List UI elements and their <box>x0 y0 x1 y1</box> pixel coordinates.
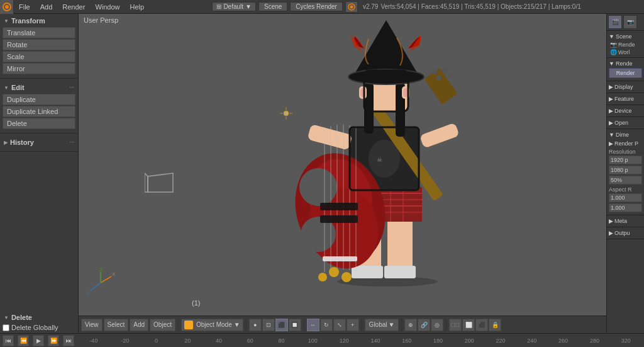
render-btn[interactable]: Render <box>609 68 642 78</box>
device-section-title: ▶ Device <box>609 106 642 115</box>
axis-indicator: X Z Y <box>85 267 116 299</box>
view-menu[interactable]: View <box>81 319 103 331</box>
jump-end-btn[interactable]: ⏭ <box>63 335 74 346</box>
svg-line-68 <box>101 276 111 283</box>
editor-grid-icon: ⊞ <box>216 3 221 10</box>
tl-num-12: 200 <box>453 338 485 344</box>
duplicate-button[interactable]: Duplicate <box>3 94 75 105</box>
history-triangle: ▶ <box>4 140 8 145</box>
camera-icon <box>145 170 176 195</box>
viewport-icon-group-1: ● ⊡ ⬛ 🔲 <box>249 319 301 331</box>
scale-button[interactable]: Scale <box>3 51 75 62</box>
snap-btn[interactable]: 🔗 <box>418 319 430 331</box>
history-header[interactable]: ▶ History ··· <box>3 137 75 148</box>
transform-rotate-icon[interactable]: ↻ <box>320 319 333 331</box>
viewport-solid-btn[interactable]: ⬛ <box>275 319 288 331</box>
add-menu[interactable]: Add <box>130 319 148 331</box>
transform-custom-icon[interactable]: + <box>347 319 359 331</box>
duplicate-linked-button[interactable]: Duplicate Linked <box>3 106 75 117</box>
rotate-button[interactable]: Rotate <box>3 39 75 50</box>
output-title: ▶ Outpu <box>609 229 642 237</box>
viewport-wire-btn[interactable]: ⊡ <box>262 319 275 331</box>
editor-type-label: Default <box>223 3 243 10</box>
editor-type-button[interactable]: ⊞ Default ▼ <box>212 2 256 11</box>
render-engine-selector[interactable]: Cycles Render <box>290 2 343 11</box>
viewport[interactable]: User Persp <box>79 14 606 333</box>
transform-orient-dropdown[interactable]: Global ▼ <box>365 319 399 331</box>
step-fwd-btn[interactable]: ⏩ <box>48 335 59 346</box>
svg-point-49 <box>318 273 327 282</box>
edit-section: ▼ Edit ··· Duplicate Duplicate Linked De… <box>0 81 78 131</box>
object-menu[interactable]: Object <box>150 319 175 331</box>
transform-header[interactable]: ▼ Transform <box>3 15 75 26</box>
rr-display-section: ▶ Display <box>607 81 644 93</box>
viewport-draw-btn[interactable]: ● <box>249 319 262 331</box>
aspect-label: Aspect R <box>609 186 642 193</box>
tl-num-10: 160 <box>391 338 423 344</box>
left-panel: ▼ Transform Translate Rotate Scale Mirro… <box>0 14 79 333</box>
menu-help[interactable]: Help <box>125 0 150 14</box>
aspect-x-input[interactable] <box>609 193 642 202</box>
toolbar-sep-2 <box>246 319 247 331</box>
svg-rect-14 <box>352 266 383 278</box>
renderpreset-title: ▶ Render P <box>609 139 642 148</box>
output-triangle: ▶ <box>609 230 613 236</box>
delete-globally-checkbox[interactable] <box>3 324 9 331</box>
tl-num-3: 20 <box>172 338 203 344</box>
jump-start-btn[interactable]: ⏮ <box>3 335 14 346</box>
device-triangle: ▶ <box>609 108 613 114</box>
mode-label: Object Mode <box>196 321 232 328</box>
play-btn[interactable]: ▶ <box>33 335 44 346</box>
scene-selector[interactable]: Scene <box>258 2 287 11</box>
dimensions-label: Dime <box>616 132 629 138</box>
transform-scale-icon[interactable]: ⤡ <box>333 319 346 331</box>
viewport-render-btn[interactable]: 🔲 <box>289 319 301 331</box>
display-label: Display <box>614 84 633 90</box>
menu-file[interactable]: File <box>14 0 35 14</box>
delete-header[interactable]: ▼ Delete <box>3 312 75 323</box>
pivot-btn[interactable]: ⊕ <box>404 319 417 331</box>
delete-button[interactable]: Delete <box>3 118 75 129</box>
layer-btn-1[interactable]: ⬚⬚ <box>449 319 462 331</box>
svg-point-44 <box>448 73 453 78</box>
mode-dropdown[interactable]: Object Mode ▼ <box>181 319 243 331</box>
translate-button[interactable]: Translate <box>3 27 75 38</box>
transform-orient-label: Global <box>369 321 387 328</box>
svg-point-47 <box>329 267 339 277</box>
edit-header[interactable]: ▼ Edit ··· <box>3 82 75 93</box>
aspect-y-input[interactable] <box>609 203 642 212</box>
step-back-btn[interactable]: ⏪ <box>18 335 29 346</box>
tl-num-8: 120 <box>328 338 360 344</box>
res-x-input[interactable] <box>609 156 642 164</box>
select-menu[interactable]: Select <box>104 319 129 331</box>
transform-label: Transform <box>11 17 45 25</box>
svg-line-72 <box>90 283 101 291</box>
transform-translate-icon[interactable]: ↔ <box>307 319 319 331</box>
open-triangle: ▶ <box>609 120 613 126</box>
svg-point-46 <box>436 76 441 81</box>
menu-add[interactable]: Add <box>35 0 58 14</box>
main-area: ▼ Transform Translate Rotate Scale Mirro… <box>0 14 644 333</box>
menu-window[interactable]: Window <box>90 0 125 14</box>
scene-section-title: ▼ Scene <box>609 32 642 41</box>
feature-label: Feature <box>614 96 634 102</box>
res-pct-input[interactable] <box>609 176 642 185</box>
lock-btn[interactable]: 🔒 <box>489 319 501 331</box>
delete-section: ▼ Delete Delete Globally <box>0 310 78 333</box>
pivot-icon-group: ⊕ 🔗 ◎ <box>404 319 443 331</box>
proportional-btn[interactable]: ◎ <box>431 319 443 331</box>
transform-section: ▼ Transform Translate Rotate Scale Mirro… <box>0 14 78 76</box>
meta-triangle: ▶ <box>609 218 613 224</box>
toolbar-sep-1 <box>178 319 179 331</box>
scene-icon-btn[interactable]: 🎬 <box>608 15 622 29</box>
character-model: ☠ <box>271 20 510 291</box>
layer-btn-3[interactable]: ⬛ <box>475 319 488 331</box>
menu-render[interactable]: Render <box>57 0 90 14</box>
tl-num-0: -40 <box>78 338 109 344</box>
resolution-label: Resolution <box>609 148 642 156</box>
layer-btn-2[interactable]: ⬜ <box>462 319 475 331</box>
render-icon-btn[interactable]: 📷 <box>623 15 637 29</box>
res-y-input[interactable] <box>609 166 642 174</box>
rr-output-section: ▶ Outpu <box>607 227 644 239</box>
mirror-button[interactable]: Mirror <box>3 63 75 74</box>
